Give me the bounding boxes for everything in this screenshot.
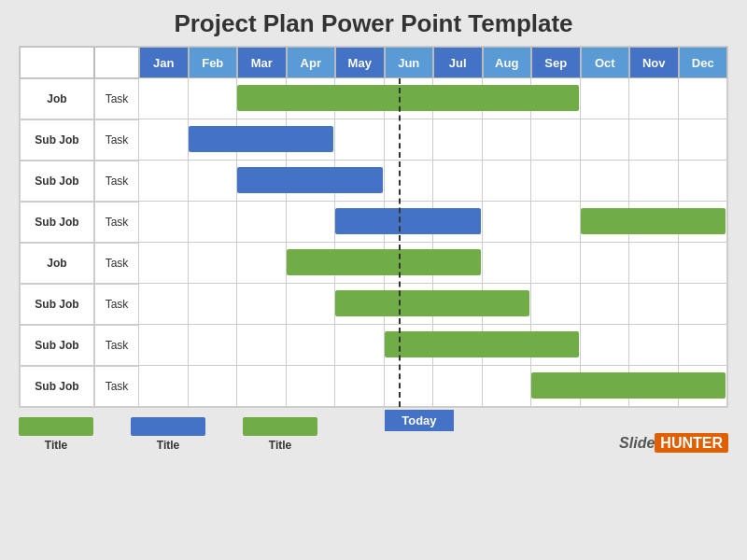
grid-cell [629, 78, 679, 119]
grid-cell [679, 119, 728, 161]
grid-cell [629, 161, 679, 202]
gantt-bar [287, 249, 481, 275]
gantt-row: JobTask [20, 243, 727, 284]
legend-item: Title [243, 417, 317, 452]
grid-cell [335, 325, 385, 366]
month-header-aug: Aug [483, 47, 532, 78]
grid-cell [237, 325, 287, 366]
month-header-jul: Jul [433, 47, 483, 78]
gantt-row: Sub JobTask [20, 284, 727, 325]
cells-area [139, 202, 727, 243]
grid-cell [385, 119, 434, 161]
gantt-bar [237, 167, 383, 193]
job-cell: Sub Job [20, 366, 94, 407]
grid-cell [189, 161, 238, 202]
grid-cell [629, 284, 679, 325]
grid-cell [139, 284, 189, 325]
month-header-oct: Oct [581, 47, 630, 78]
gantt-row: JobTask [20, 78, 727, 119]
grid-cell [139, 366, 189, 407]
gantt-header: JanFebMarAprMayJunJulAugSepOctNovDec [20, 47, 727, 78]
grid-cell [335, 366, 385, 407]
job-cell: Sub Job [20, 284, 94, 325]
task-cell: Task [94, 325, 139, 366]
gantt-rows: JobTaskSub JobTaskSub JobTaskSub JobTask… [20, 78, 727, 407]
month-header-apr: Apr [287, 47, 336, 78]
gantt-bar [237, 85, 579, 111]
job-cell: Sub Job [20, 161, 94, 202]
header-task-col [94, 47, 139, 78]
grid-cell [139, 119, 189, 161]
job-cell: Sub Job [20, 119, 94, 161]
grid-cell [433, 161, 483, 202]
grid-cell [139, 202, 189, 243]
month-header-mar: Mar [237, 47, 287, 78]
grid-cell [433, 119, 483, 161]
task-cell: Task [94, 202, 139, 243]
task-cell: Task [94, 119, 139, 161]
job-cell: Sub Job [20, 325, 94, 366]
legend-color-bar [243, 417, 317, 436]
grid-cell [189, 78, 238, 119]
brand-logo: SlideHUNTER [619, 435, 728, 452]
job-cell: Sub Job [20, 202, 94, 243]
grid-cell [679, 243, 728, 284]
legend-items: TitleTitleTitle [19, 417, 345, 452]
brand-hunter: HUNTER [655, 433, 728, 453]
cells-area [139, 325, 727, 366]
gantt-bar [385, 331, 579, 357]
grid-cell [581, 119, 630, 161]
grid-cell [679, 284, 728, 325]
month-header-feb: Feb [189, 47, 238, 78]
grid-cell [581, 78, 630, 119]
month-header-may: May [335, 47, 385, 78]
grid-cell [385, 161, 434, 202]
legend-label: Title [45, 439, 67, 452]
grid-cell [189, 325, 238, 366]
job-cell: Job [20, 243, 94, 284]
grid-cell [531, 284, 581, 325]
grid-cell [237, 202, 287, 243]
gantt-row: Sub JobTask [20, 325, 727, 366]
page-title: Project Plan Power Point Template [174, 9, 572, 38]
today-line [399, 78, 401, 407]
legend-item: Title [19, 417, 93, 452]
gantt-bar [189, 126, 334, 152]
month-header-dec: Dec [679, 47, 728, 78]
header-job-col [20, 47, 94, 78]
grid-cell [679, 161, 728, 202]
grid-cell [237, 366, 287, 407]
gantt-bar [581, 208, 726, 234]
task-cell: Task [94, 161, 139, 202]
grid-cell [531, 119, 581, 161]
grid-cell [483, 161, 532, 202]
gantt-bar [335, 208, 481, 234]
cells-area [139, 366, 727, 407]
grid-cell [139, 325, 189, 366]
legend-label: Title [157, 439, 179, 452]
grid-cell [287, 202, 336, 243]
grid-cell [581, 243, 630, 284]
grid-cell [581, 284, 630, 325]
gantt-bar [531, 372, 726, 399]
grid-cell [237, 284, 287, 325]
task-cell: Task [94, 366, 139, 407]
gantt-row: Sub JobTask [20, 366, 727, 407]
task-cell: Task [94, 78, 139, 119]
grid-cell [531, 161, 581, 202]
month-headers: JanFebMarAprMayJunJulAugSepOctNovDec [139, 47, 727, 78]
grid-cell [139, 243, 189, 284]
gantt-row: Sub JobTask [20, 119, 727, 161]
grid-cell [531, 243, 581, 284]
grid-cell [287, 366, 336, 407]
gantt-row: Sub JobTask [20, 161, 727, 202]
gantt-bar [335, 290, 529, 316]
month-header-sep: Sep [531, 47, 581, 78]
job-cell: Job [20, 78, 94, 119]
month-header-jun: Jun [385, 47, 434, 78]
grid-cell [433, 366, 483, 407]
gantt-chart: JanFebMarAprMayJunJulAugSepOctNovDec Job… [19, 46, 728, 408]
grid-cell [629, 119, 679, 161]
brand-slide: Slide [619, 435, 655, 451]
grid-cell [287, 325, 336, 366]
